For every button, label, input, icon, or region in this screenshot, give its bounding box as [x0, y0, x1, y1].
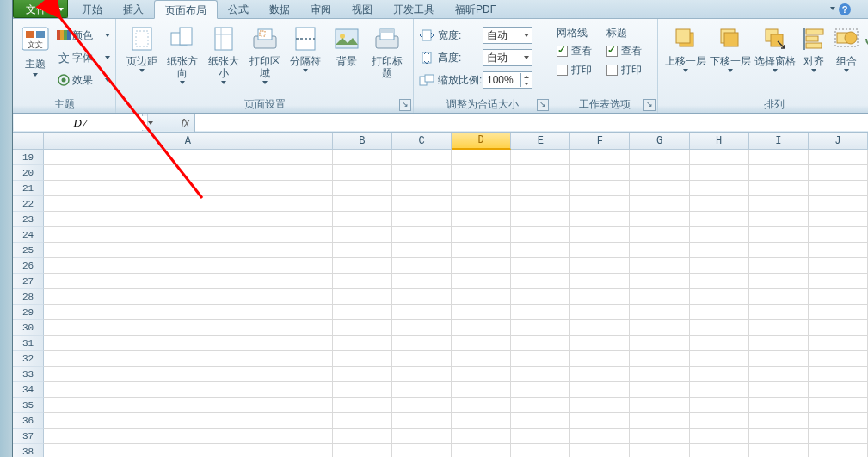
tab-5[interactable]: 审阅 [300, 0, 342, 18]
cell[interactable] [452, 382, 511, 398]
cell[interactable] [749, 196, 809, 212]
cell[interactable] [452, 367, 511, 382]
cell[interactable] [333, 429, 392, 444]
cell[interactable] [749, 227, 809, 243]
cell[interactable] [511, 227, 570, 243]
row-header-20[interactable]: 20 [13, 165, 44, 181]
cell[interactable] [570, 196, 630, 212]
theme-fonts-button[interactable]: 文 字体 [57, 48, 110, 67]
cell[interactable] [44, 413, 333, 429]
cell[interactable] [452, 150, 511, 165]
cell[interactable] [570, 382, 630, 398]
cell[interactable] [809, 398, 868, 413]
cell[interactable] [333, 227, 392, 243]
cell[interactable] [630, 305, 689, 320]
cell[interactable] [809, 196, 868, 212]
row-header-29[interactable]: 29 [13, 305, 44, 320]
cell[interactable] [511, 444, 570, 457]
tab-file[interactable]: 文件 [13, 0, 68, 18]
cell[interactable] [630, 258, 689, 274]
cell[interactable] [44, 165, 333, 181]
cell[interactable] [44, 196, 333, 212]
cell[interactable] [630, 150, 689, 165]
size-button[interactable]: 纸张大小 [203, 22, 244, 93]
orientation-button[interactable]: 纸张方向 [163, 22, 204, 93]
cells-area[interactable] [44, 150, 868, 457]
cell[interactable] [809, 243, 868, 258]
cell[interactable] [630, 165, 689, 181]
cell[interactable] [392, 351, 452, 367]
page-setup-dialog-launcher[interactable]: ↘ [399, 99, 411, 111]
cell[interactable] [44, 367, 333, 382]
cell[interactable] [690, 429, 749, 444]
cell[interactable] [333, 258, 392, 274]
margins-button[interactable]: 页边距 [121, 22, 163, 93]
cell[interactable] [749, 336, 809, 351]
cell[interactable] [630, 413, 689, 429]
cell[interactable] [749, 367, 809, 382]
cell[interactable] [452, 258, 511, 274]
tab-6[interactable]: 视图 [342, 0, 383, 18]
cell[interactable] [452, 212, 511, 227]
cell[interactable] [809, 444, 868, 457]
cell[interactable] [809, 382, 868, 398]
headings-view-checkbox[interactable]: 查看 [606, 41, 656, 60]
cell[interactable] [630, 351, 689, 367]
cell[interactable] [392, 181, 452, 196]
cell[interactable] [44, 181, 333, 196]
tab-3[interactable]: 公式 [218, 0, 259, 18]
col-header-E[interactable]: E [511, 133, 570, 150]
cell[interactable] [392, 413, 452, 429]
col-header-J[interactable]: J [809, 133, 868, 150]
cell[interactable] [392, 336, 452, 351]
print_titles-button[interactable]: 打印标题 [366, 22, 408, 93]
cell[interactable] [749, 150, 809, 165]
cell[interactable] [630, 227, 689, 243]
cell[interactable] [511, 274, 570, 289]
cell[interactable] [690, 382, 749, 398]
cell[interactable] [333, 181, 392, 196]
cell[interactable] [690, 212, 749, 227]
cell[interactable] [333, 444, 392, 457]
cell[interactable] [452, 227, 511, 243]
row-header-22[interactable]: 22 [13, 196, 44, 212]
cell[interactable] [452, 336, 511, 351]
cell[interactable] [630, 289, 689, 305]
cell[interactable] [511, 305, 570, 320]
cell[interactable] [749, 181, 809, 196]
cell[interactable] [333, 196, 392, 212]
scale-dialog-launcher[interactable]: ↘ [537, 99, 549, 111]
cell[interactable] [690, 274, 749, 289]
row-header-23[interactable]: 23 [13, 212, 44, 227]
cell[interactable] [809, 413, 868, 429]
cell[interactable] [511, 289, 570, 305]
tab-4[interactable]: 数据 [259, 0, 300, 18]
cell[interactable] [630, 336, 689, 351]
cell[interactable] [44, 320, 333, 336]
cell[interactable] [749, 305, 809, 320]
cell[interactable] [44, 429, 333, 444]
cell[interactable] [630, 181, 689, 196]
cell[interactable] [570, 289, 630, 305]
cell[interactable] [809, 181, 868, 196]
cell[interactable] [570, 320, 630, 336]
cell[interactable] [690, 258, 749, 274]
theme-colors-button[interactable]: 颜色 [57, 26, 110, 45]
name-box[interactable] [14, 114, 143, 131]
cell[interactable] [333, 320, 392, 336]
cell[interactable] [333, 150, 392, 165]
cell[interactable] [511, 150, 570, 165]
cell[interactable] [511, 367, 570, 382]
cell[interactable] [690, 398, 749, 413]
width-select[interactable] [483, 27, 532, 44]
cell[interactable] [809, 305, 868, 320]
breaks-button[interactable]: 分隔符 [285, 22, 326, 93]
row-header-19[interactable]: 19 [13, 150, 44, 165]
row-header-35[interactable]: 35 [13, 398, 44, 413]
cell[interactable] [749, 444, 809, 457]
row-header-37[interactable]: 37 [13, 429, 44, 444]
cell[interactable] [690, 336, 749, 351]
cell[interactable] [570, 181, 630, 196]
cell[interactable] [570, 398, 630, 413]
cell[interactable] [630, 444, 689, 457]
